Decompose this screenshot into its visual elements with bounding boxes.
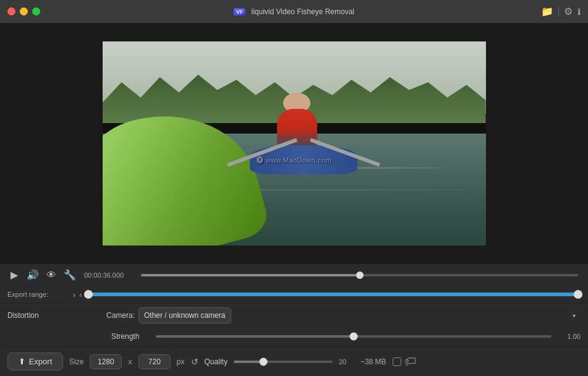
camera-select-wrapper: Other / unknown camera GoPro Hero 3 GoPr… — [138, 307, 581, 323]
app-badge: VF — [234, 8, 246, 15]
quality-slider-track[interactable] — [234, 361, 333, 363]
range-fill — [88, 293, 578, 296]
watermark-circle: 🅜 — [257, 156, 264, 164]
export-range-label: Export range: — [7, 291, 69, 298]
folder-icon[interactable]: 📁 — [541, 6, 553, 17]
window-title: VF liquivid Video Fisheye Removal — [234, 7, 354, 16]
size-separator: x — [128, 357, 132, 366]
titlebar-separator — [558, 7, 559, 17]
camera-label: Camera: — [106, 311, 135, 320]
time-display: 00:00:36.000 — [84, 271, 134, 279]
timeline-thumb[interactable] — [356, 271, 364, 279]
info-icon[interactable]: ℹ — [577, 7, 581, 17]
video-container: 🅜 www.MacDown.com — [0, 24, 588, 263]
settings-icon[interactable]: ⚙ — [564, 6, 573, 17]
checkbox-input[interactable] — [393, 357, 401, 366]
quality-label: Quality — [205, 357, 228, 366]
distortion-camera-row: Distortion Camera: Other / unknown camer… — [0, 303, 588, 327]
watermark-overlay: 🅜 www.MacDown.com — [257, 156, 332, 164]
range-thumb-right[interactable] — [574, 290, 582, 299]
video-frame: 🅜 www.MacDown.com — [103, 41, 486, 246]
export-button[interactable]: ⬆ Export — [7, 352, 63, 370]
titlebar: VF liquivid Video Fisheye Removal 📁 ⚙ ℹ — [0, 0, 588, 24]
strength-label: Strength — [111, 332, 148, 341]
filesize-label: ~38 MB — [360, 357, 386, 366]
size-label: Size — [69, 357, 83, 366]
strength-slider-thumb[interactable] — [350, 333, 358, 341]
preview-icon[interactable]: 👁 — [45, 270, 58, 281]
strength-row: Strength 1.00 — [0, 327, 588, 346]
distortion-label: Distortion — [7, 311, 106, 320]
strength-slider-fill — [156, 335, 354, 338]
checkbox-area: 🏷 — [393, 354, 417, 369]
play-button[interactable]: ▶ — [7, 269, 21, 281]
height-input[interactable] — [138, 354, 171, 369]
export-bar: ⬆ Export Size x px ↺ Quality 20 ~38 MB 🏷 — [0, 346, 588, 376]
strength-slider-track[interactable] — [156, 335, 552, 338]
video-scene: 🅜 www.MacDown.com — [103, 41, 486, 246]
main-content: 🅜 www.MacDown.com ▶ 🔊 👁 🔧 00:00:36.000 E… — [0, 24, 588, 376]
timeline-progress — [141, 274, 360, 276]
minimize-button[interactable] — [20, 7, 28, 15]
close-button[interactable] — [7, 7, 15, 15]
controls-bar: ▶ 🔊 👁 🔧 00:00:36.000 — [0, 263, 588, 286]
volume-icon[interactable]: 🔊 — [26, 269, 40, 281]
range-right-icon[interactable]: ‹ — [79, 290, 82, 299]
range-left-icon[interactable]: › — [73, 290, 75, 299]
watermark-text: www.MacDown.com — [266, 156, 332, 164]
export-button-label: Export — [29, 357, 53, 366]
reset-icon[interactable]: ↺ — [191, 357, 198, 367]
watermark-icon: 🏷 — [404, 354, 417, 369]
export-range-bar: Export range: › ‹ — [0, 286, 588, 303]
range-thumb-left[interactable] — [84, 290, 93, 299]
titlebar-actions: 📁 ⚙ ℹ — [541, 6, 581, 17]
range-track[interactable] — [88, 293, 578, 296]
px-label: px — [177, 357, 185, 366]
traffic-lights — [7, 7, 40, 15]
quality-value: 20 — [339, 358, 354, 365]
export-icon: ⬆ — [19, 357, 25, 366]
strength-value: 1.00 — [559, 333, 581, 340]
width-input[interactable] — [90, 354, 122, 369]
window-title-text: liquivid Video Fisheye Removal — [251, 7, 354, 16]
timeline-track[interactable] — [141, 274, 578, 276]
quality-thumb[interactable] — [259, 357, 267, 365]
maximize-button[interactable] — [32, 7, 40, 15]
select-arrow-icon: ▾ — [573, 312, 576, 318]
camera-select[interactable]: Other / unknown camera GoPro Hero 3 GoPr… — [138, 307, 231, 323]
settings-wrench-icon[interactable]: 🔧 — [63, 269, 77, 281]
